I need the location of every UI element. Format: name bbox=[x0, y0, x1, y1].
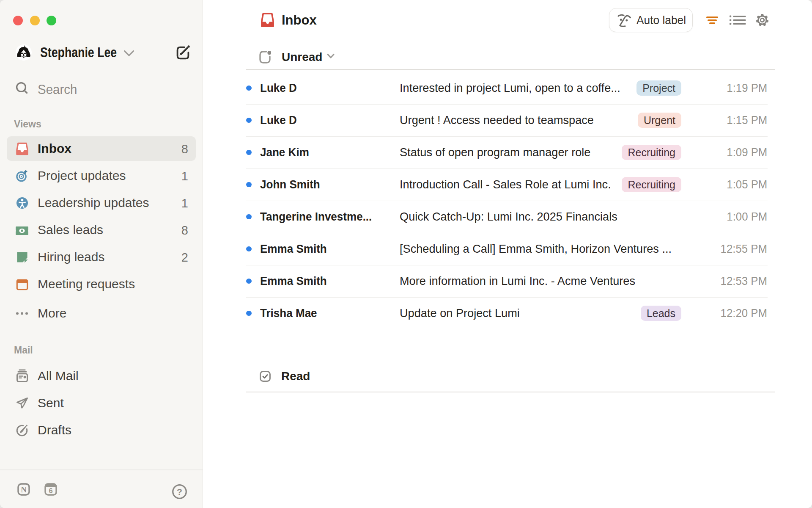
svg-text:6: 6 bbox=[49, 487, 52, 494]
svg-text:N: N bbox=[21, 485, 27, 494]
svg-text:?: ? bbox=[177, 487, 182, 497]
